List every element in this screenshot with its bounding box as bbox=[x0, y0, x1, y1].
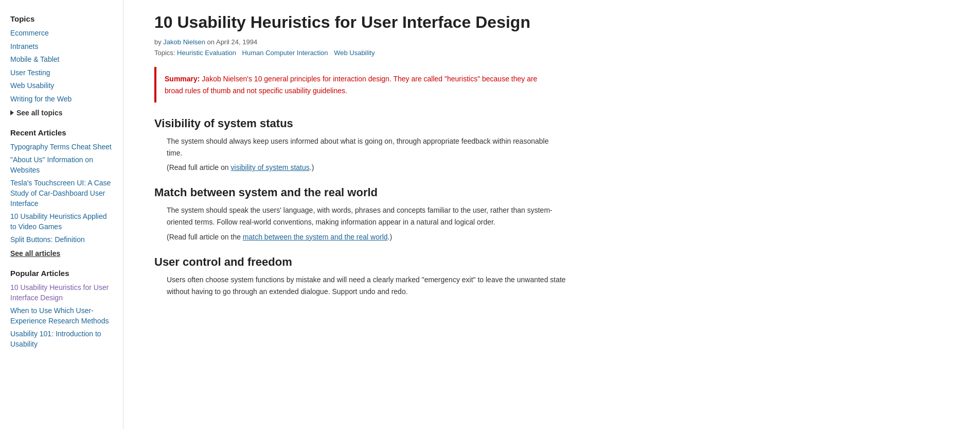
sidebar-item-intranets[interactable]: Intranets bbox=[10, 42, 113, 52]
read-more-2: (Read full article on the match between … bbox=[154, 233, 566, 241]
recent-article-5[interactable]: Split Buttons: Definition bbox=[10, 235, 113, 245]
topic-heuristic-evaluation[interactable]: Heuristic Evaluation bbox=[177, 49, 236, 57]
popular-articles-title: Popular Articles bbox=[10, 269, 113, 278]
section-body-1: The system should always keep users info… bbox=[154, 135, 566, 159]
topics-section-title: Topics bbox=[10, 14, 113, 23]
topic-web-usability[interactable]: Web Usability bbox=[334, 49, 375, 57]
section-heading-3: User control and freedom bbox=[154, 255, 566, 269]
topic-human-computer-interaction[interactable]: Human Computer Interaction bbox=[242, 49, 328, 57]
popular-article-2[interactable]: When to Use Which User-Experience Resear… bbox=[10, 306, 113, 326]
summary-text: Summary: Jakob Nielsen's 10 general prin… bbox=[165, 73, 558, 96]
topics-line: Topics: Heuristic Evaluation Human Compu… bbox=[154, 49, 566, 57]
recent-article-1[interactable]: Typography Terms Cheat Sheet bbox=[10, 142, 113, 152]
author-link[interactable]: Jakob Nielsen bbox=[163, 38, 205, 46]
triangle-right-icon bbox=[10, 110, 14, 115]
section-body-3: Users often choose system functions by m… bbox=[154, 274, 566, 298]
sidebar-item-mobile-tablet[interactable]: Mobile & Tablet bbox=[10, 55, 113, 65]
read-more-link-2[interactable]: match between the system and the real wo… bbox=[243, 233, 388, 241]
section-heading-1: Visibility of system status bbox=[154, 117, 566, 130]
article-title: 10 Usability Heuristics for User Interfa… bbox=[154, 12, 566, 32]
recent-articles-title: Recent Articles bbox=[10, 128, 113, 137]
article-meta: by Jakob Nielsen on April 24, 1994 bbox=[154, 38, 566, 46]
sidebar: Topics Ecommerce Intranets Mobile & Tabl… bbox=[0, 0, 123, 429]
section-body-2: The system should speak the users' langu… bbox=[154, 204, 566, 228]
read-more-link-1[interactable]: visibility of system status bbox=[231, 163, 310, 171]
sidebar-item-user-testing[interactable]: User Testing bbox=[10, 68, 113, 78]
section-heading-2: Match between system and the real world bbox=[154, 186, 566, 199]
see-all-articles-link[interactable]: See all articles bbox=[10, 249, 113, 258]
sidebar-item-writing-web[interactable]: Writing for the Web bbox=[10, 94, 113, 105]
read-more-1: (Read full article on visibility of syst… bbox=[154, 163, 566, 171]
recent-article-2[interactable]: "About Us" Information on Websites bbox=[10, 155, 113, 175]
see-all-topics-link[interactable]: See all topics bbox=[10, 109, 113, 117]
summary-box: Summary: Jakob Nielsen's 10 general prin… bbox=[154, 67, 566, 102]
recent-article-4[interactable]: 10 Usability Heuristics Applied to Video… bbox=[10, 212, 113, 232]
sidebar-item-web-usability[interactable]: Web Usability bbox=[10, 81, 113, 91]
popular-article-3[interactable]: Usability 101: Introduction to Usability bbox=[10, 329, 113, 349]
recent-article-3[interactable]: Tesla's Touchscreen UI: A Case Study of … bbox=[10, 178, 113, 209]
sidebar-item-ecommerce[interactable]: Ecommerce bbox=[10, 28, 113, 39]
main-content: 10 Usability Heuristics for User Interfa… bbox=[123, 0, 586, 429]
popular-article-1[interactable]: 10 Usability Heuristics for User Interfa… bbox=[10, 283, 113, 303]
